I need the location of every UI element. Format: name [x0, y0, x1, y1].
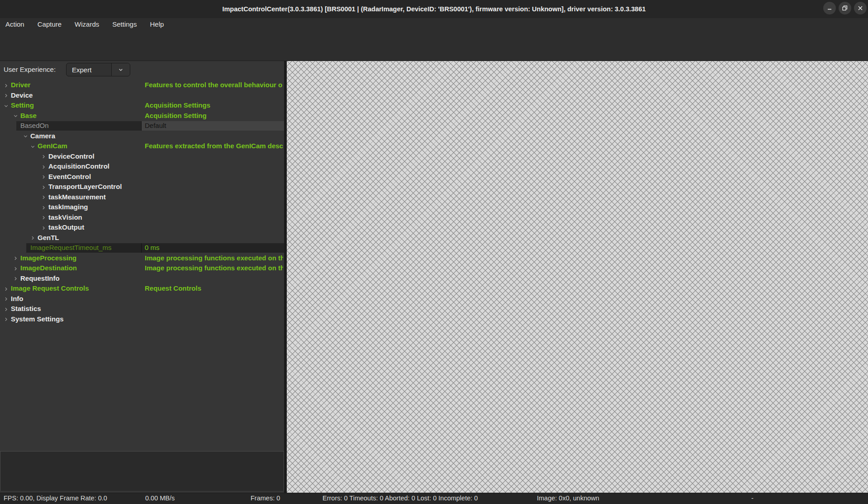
tree-row-GenICam[interactable]: GenICamFeatures extracted from the GenIC…: [0, 141, 284, 151]
collapsed-chevron-icon[interactable]: [3, 82, 9, 90]
collapsed-chevron-icon[interactable]: [13, 275, 19, 283]
collapsed-chevron-icon[interactable]: [30, 235, 36, 243]
window-title: ImpactControlCenter(3.0.3.3861) [BRS0001…: [0, 0, 868, 18]
tree-row-DeviceControl[interactable]: DeviceControl: [0, 151, 284, 162]
tree-item-label: taskImaging: [48, 203, 88, 211]
tree-row-System Settings[interactable]: System Settings: [0, 314, 284, 325]
collapsed-chevron-icon[interactable]: [41, 153, 47, 161]
collapsed-chevron-icon[interactable]: [3, 316, 9, 324]
tree-row-EventControl[interactable]: EventControl: [0, 172, 284, 182]
tree-item-label: Setting: [11, 101, 34, 109]
tree-row-taskImaging[interactable]: taskImaging: [0, 202, 284, 212]
user-experience-select[interactable]: Expert: [66, 63, 130, 76]
tree-item-label: taskMeasurement: [48, 193, 106, 201]
image-display-area[interactable]: [287, 61, 868, 493]
tree-row-ImageDestination[interactable]: ImageDestinationImage processing functio…: [0, 263, 284, 273]
user-experience-label: User Experience:: [4, 66, 56, 73]
collapsed-chevron-icon[interactable]: [41, 225, 47, 233]
tree-item-label: Base: [20, 112, 37, 119]
tree-item-value: Image processing functions executed on t…: [145, 254, 283, 262]
collapsed-chevron-icon[interactable]: [3, 306, 9, 314]
expanded-chevron-icon[interactable]: [30, 143, 36, 151]
collapsed-chevron-icon[interactable]: [13, 265, 19, 273]
tree-item-value: Acquisition Setting: [145, 112, 283, 119]
tree-item-label: System Settings: [11, 315, 64, 323]
user-experience-arrow[interactable]: [111, 63, 130, 76]
restore-button[interactable]: [839, 2, 851, 14]
tree-row-GenTL[interactable]: GenTL: [0, 233, 284, 243]
tree-row-Statistics[interactable]: Statistics: [0, 304, 284, 314]
tree-item-label: BasedOn: [20, 122, 49, 129]
collapsed-chevron-icon[interactable]: [41, 194, 47, 202]
tree-row-Device[interactable]: Device: [0, 90, 284, 101]
close-button[interactable]: [854, 2, 867, 14]
tree-item-label: GenICam: [38, 142, 67, 150]
user-experience-row: User Experience: Expert: [0, 61, 284, 78]
status-image-format: Image: 0x0, unknown: [537, 495, 599, 502]
collapsed-chevron-icon[interactable]: [41, 214, 47, 222]
tree-item-label: ImageProcessing: [20, 254, 76, 262]
expanded-chevron-icon[interactable]: [3, 103, 9, 111]
tree-item-label: RequestInfo: [20, 274, 60, 282]
status-frames: Frames: 0: [251, 495, 280, 502]
tree-row-Info[interactable]: Info: [0, 294, 284, 304]
expanded-chevron-icon[interactable]: [13, 113, 19, 121]
menu-help[interactable]: Help: [150, 20, 164, 28]
status-fps: FPS: 0.00, Display Frame Rate: 0.0: [4, 495, 107, 502]
status-extra: -: [751, 495, 754, 502]
tree-row-taskVision[interactable]: taskVision: [0, 212, 284, 223]
user-experience-value: Expert: [66, 63, 111, 76]
tree-row-AcquisitionControl[interactable]: AcquisitionControl: [0, 161, 284, 172]
property-panel: User Experience: Expert DriverFeatures t…: [0, 61, 284, 493]
tree-item-label: Statistics: [11, 305, 41, 312]
tree-item-value: Features extracted from the GenICam desc: [145, 142, 283, 150]
tree-item-value: Request Controls: [145, 284, 283, 292]
tree-row-Driver[interactable]: DriverFeatures to control the overall be…: [0, 80, 284, 90]
tree-item-value: 0 ms: [145, 244, 283, 251]
menu-capture[interactable]: Capture: [38, 20, 62, 28]
collapsed-chevron-icon[interactable]: [13, 255, 19, 263]
expanded-chevron-icon[interactable]: [23, 133, 28, 141]
collapsed-chevron-icon[interactable]: [41, 204, 47, 212]
tree-item-value: Default: [145, 122, 283, 129]
title-bar: ImpactControlCenter(3.0.3.3861) [BRS0001…: [0, 0, 868, 18]
tree-row-RequestInfo[interactable]: RequestInfo: [0, 273, 284, 284]
menu-settings[interactable]: Settings: [112, 20, 137, 28]
tree-item-value: Acquisition Settings: [145, 101, 283, 109]
tree-row-Base[interactable]: BaseAcquisition Setting: [0, 111, 284, 121]
close-icon: [858, 5, 863, 11]
tree-item-label: Driver: [11, 81, 30, 89]
tree-row-taskOutput[interactable]: taskOutput: [0, 222, 284, 233]
tree-row-ImageProcessing[interactable]: ImageProcessingImage processing function…: [0, 253, 284, 264]
tree-row-taskMeasurement[interactable]: taskMeasurement: [0, 192, 284, 203]
collapsed-chevron-icon[interactable]: [3, 286, 9, 294]
collapsed-chevron-icon[interactable]: [3, 92, 9, 100]
tree-item-value: Features to control the overall behaviou…: [145, 81, 283, 89]
minimize-button[interactable]: [823, 2, 836, 14]
collapsed-chevron-icon[interactable]: [3, 296, 9, 304]
menu-wizards[interactable]: Wizards: [75, 20, 99, 28]
tree-item-label: Info: [11, 295, 24, 302]
restore-icon: [842, 5, 848, 11]
collapsed-chevron-icon[interactable]: [41, 174, 47, 182]
tree-row-Setting[interactable]: SettingAcquisition Settings: [0, 100, 284, 111]
toolbar: BRS0001 | (RadarImager, DeviceID: 'BRS00…: [0, 30, 868, 61]
tree-item-value: Image processing functions executed on t…: [145, 264, 283, 272]
tree-item-label: GenTL: [38, 234, 59, 241]
tree-row-Image Request Controls[interactable]: Image Request ControlsRequest Controls: [0, 283, 284, 294]
menu-action[interactable]: Action: [5, 20, 24, 28]
tree-item-label: Image Request Controls: [11, 284, 89, 292]
tree-row-ImageRequestTimeout_ms[interactable]: ImageRequestTimeout_ms0 ms: [0, 243, 284, 253]
tree-item-label: EventControl: [48, 173, 91, 180]
collapsed-chevron-icon[interactable]: [41, 184, 47, 192]
menu-bar: Action Capture Wizards Settings Help: [0, 18, 868, 30]
tree-row-TransportLayerControl[interactable]: TransportLayerControl: [0, 182, 284, 192]
tree-item-label: taskOutput: [48, 223, 84, 231]
tree-row-Camera[interactable]: Camera: [0, 131, 284, 141]
chevron-down-icon: [117, 66, 124, 73]
collapsed-chevron-icon[interactable]: [41, 164, 47, 172]
tree-row-BasedOn[interactable]: BasedOnDefault: [0, 121, 284, 131]
tree-item-label: DeviceControl: [48, 152, 95, 160]
tree-item-label: ImageDestination: [20, 264, 77, 272]
tree-item-label: AcquisitionControl: [48, 162, 109, 170]
